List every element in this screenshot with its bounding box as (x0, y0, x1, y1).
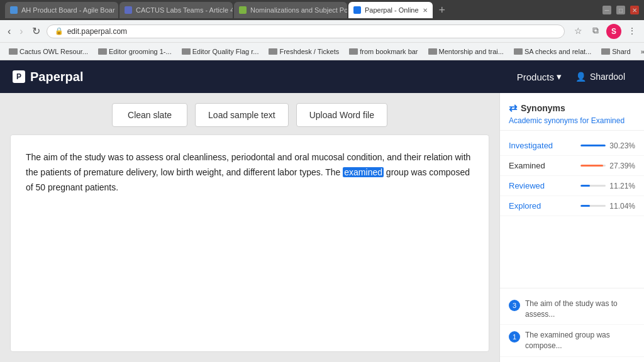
lock-icon: 🔒 (55, 27, 64, 35)
bookmark-label: Editor Quality Flag r... (192, 48, 259, 55)
synonym-word[interactable]: Investigated (509, 141, 553, 150)
context-item-1[interactable]: 3 The aim of the study was to assess... (500, 293, 644, 326)
synonym-pct: 11.21% (580, 182, 635, 190)
window-controls: ─ □ ✕ (602, 6, 639, 14)
upload-word-button[interactable]: Upload Word file (296, 103, 387, 127)
user-label: Shardool (590, 72, 625, 82)
synonyms-title: ⇄ Synonyms (509, 102, 635, 114)
bookmark-label: Cactus OWL Resour... (19, 48, 88, 55)
synonym-item-investigated[interactable]: Investigated 30.23% (500, 136, 644, 156)
tab-favicon (353, 6, 361, 14)
tab-strip: AH Product Board - Agile Boar ✕ CACTUS L… (5, 2, 597, 18)
reload-button[interactable]: ↻ (30, 24, 43, 38)
tab-paperpal[interactable]: Paperpal - Online ✕ (348, 2, 433, 18)
tab-close-icon[interactable]: ✕ (423, 7, 428, 14)
tab-ah-product[interactable]: AH Product Board - Agile Boar ✕ (5, 2, 118, 18)
synonym-item-examined[interactable]: Examined 27.39% (500, 156, 644, 176)
logo-text: Paperpal (30, 70, 83, 84)
bookmark-favicon (269, 48, 277, 55)
products-label: Products (517, 72, 554, 82)
bookmark-favicon (9, 48, 18, 55)
context-section: 3 The aim of the study was to assess... … (500, 288, 644, 362)
profile-icon[interactable]: S (606, 24, 621, 39)
synonym-pct: 27.39% (580, 162, 635, 170)
bookmark-editor-quality[interactable]: Editor Quality Flag r... (178, 47, 263, 57)
highlighted-word[interactable]: examined (343, 167, 384, 177)
synonym-word[interactable]: Explored (509, 201, 541, 211)
tab-nominalizations[interactable]: Nominalizations and Subject Po... ✕ (234, 2, 347, 18)
tab-label: AH Product Board - Agile Boar (21, 6, 115, 14)
synonym-pct: 30.23% (580, 141, 635, 150)
app-logo: P Paperpal (13, 70, 84, 84)
bookmark-more[interactable]: » (637, 47, 644, 57)
tab-favicon (239, 6, 247, 14)
synonym-pct-value: 11.21% (609, 182, 635, 190)
synonym-word[interactable]: Examined (509, 161, 545, 170)
bookmark-cactus-owl[interactable]: Cactus OWL Resour... (5, 47, 92, 57)
bookmark-label: Freshdesk / Tickets (279, 48, 339, 55)
bookmark-star-icon[interactable]: ☆ (571, 24, 585, 38)
address-text: edit.paperpal.com (67, 27, 127, 36)
tab-favicon (10, 6, 18, 14)
bookmark-editor-grooming[interactable]: Editor grooming 1-... (94, 47, 175, 57)
extensions-icon[interactable]: ⧉ (589, 24, 602, 38)
user-button[interactable]: 👤 Shardool (569, 68, 631, 85)
synonym-item-explored[interactable]: Explored 11.04% (500, 196, 644, 216)
synonyms-title-label: Synonyms (521, 103, 565, 113)
synonym-pct-value: 27.39% (609, 162, 635, 170)
context-badge-1: 3 (509, 300, 520, 311)
synonyms-list: Investigated 30.23% Examined 27.39% Revi… (500, 131, 644, 288)
synonyms-subtitle-prefix: Academic synonyms for (509, 116, 591, 125)
tab-label: Nominalizations and Subject Po... (250, 6, 347, 14)
synonym-pct-value: 11.04% (609, 202, 635, 211)
restore-button[interactable]: □ (616, 6, 625, 14)
close-button[interactable]: ✕ (630, 6, 639, 14)
bookmark-favicon (514, 48, 523, 55)
synonym-pct: 11.04% (580, 202, 635, 211)
bookmark-shard[interactable]: Shard (597, 47, 634, 57)
bookmark-label: Editor grooming 1-... (109, 48, 172, 55)
bookmark-mentorship[interactable]: Mentorship and trai... (425, 47, 508, 57)
context-badge-2: 1 (509, 331, 520, 343)
bookmark-sa-checks[interactable]: SA checks and relat... (510, 47, 595, 57)
editor-box[interactable]: The aim of the study was to assess oral … (10, 134, 489, 352)
menu-icon[interactable]: ⋮ (625, 24, 639, 38)
bookmark-favicon (98, 48, 107, 55)
forward-button[interactable]: › (17, 25, 25, 38)
editor-toolbar: Clean slate Load sample text Upload Word… (10, 103, 489, 127)
synonym-item-reviewed[interactable]: Reviewed 11.21% (500, 176, 644, 196)
context-text-1: The aim of the study was to assess... (525, 299, 635, 320)
tab-label: Paperpal - Online (365, 6, 419, 14)
user-icon: 👤 (575, 72, 586, 82)
load-sample-button[interactable]: Load sample text (195, 103, 289, 127)
address-bar-row: ‹ › ↻ 🔒 edit.paperpal.com ☆ ⧉ S ⋮ (0, 20, 644, 43)
address-bar[interactable]: 🔒 edit.paperpal.com (47, 25, 565, 38)
editor-area: Clean slate Load sample text Upload Word… (0, 93, 499, 362)
new-tab-button[interactable]: + (434, 2, 451, 18)
bookmark-favicon (182, 48, 191, 55)
browser-toolbar-icons: ☆ ⧉ S ⋮ (571, 24, 639, 39)
tab-cactus[interactable]: CACTUS Labs Teams - Article 4... ✕ (119, 2, 233, 18)
synonyms-icon: ⇄ (509, 102, 517, 114)
browser-chrome: AH Product Board - Agile Boar ✕ CACTUS L… (0, 0, 644, 60)
bookmark-label: SA checks and relat... (525, 48, 591, 55)
products-button[interactable]: Products ▾ (509, 67, 569, 86)
synonyms-highlighted-word: Examined (591, 116, 625, 125)
bookmarks-bar: Cactus OWL Resour... Editor grooming 1-.… (0, 43, 644, 60)
synonyms-sidebar: ⇄ Synonyms Academic synonyms for Examine… (499, 93, 644, 362)
sidebar-header: ⇄ Synonyms Academic synonyms for Examine… (500, 93, 644, 131)
title-bar: AH Product Board - Agile Boar ✕ CACTUS L… (0, 0, 644, 20)
context-text-2: The examined group was compose... (525, 330, 635, 351)
minimize-button[interactable]: ─ (602, 6, 611, 14)
context-item-2[interactable]: 1 The examined group was compose... (500, 325, 644, 357)
back-button[interactable]: ‹ (5, 25, 13, 38)
bookmark-from-bar[interactable]: from bookmark bar (345, 47, 421, 57)
bookmark-favicon (428, 48, 437, 55)
main-content: Clean slate Load sample text Upload Word… (0, 93, 644, 362)
chevron-down-icon: ▾ (557, 71, 562, 82)
bookmark-freshdesk[interactable]: Freshdesk / Tickets (265, 47, 343, 57)
synonym-word[interactable]: Reviewed (509, 181, 545, 190)
bookmark-favicon (601, 48, 610, 55)
tab-label: CACTUS Labs Teams - Article 4... (136, 6, 233, 14)
clean-slate-button[interactable]: Clean slate (112, 103, 187, 127)
